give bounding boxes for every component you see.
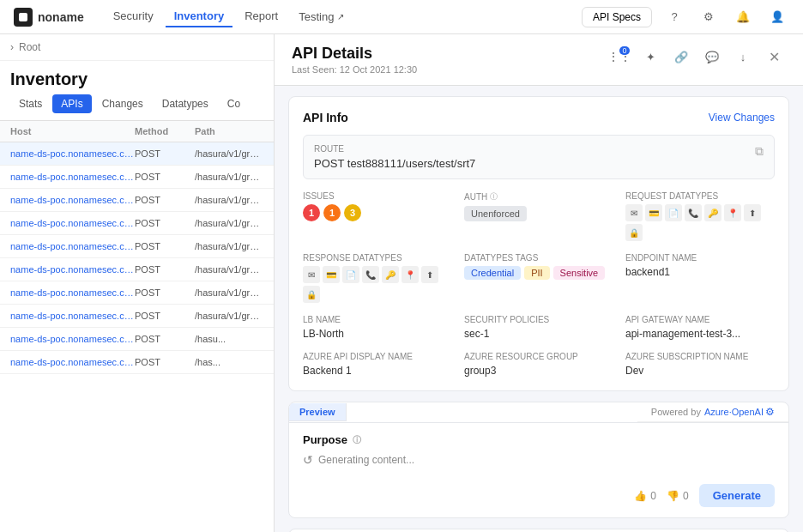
gear-icon[interactable]: ⚙ <box>697 5 721 29</box>
bell-icon[interactable]: 🔔 <box>731 5 755 29</box>
nav-security[interactable]: Security <box>105 6 162 27</box>
top-nav: noname Security Inventory Report Testing… <box>0 0 803 34</box>
nav-items: Security Inventory Report Testing ↗ <box>105 6 353 27</box>
user-icon[interactable]: 👤 <box>765 5 789 29</box>
logo-text: noname <box>38 10 84 24</box>
svg-rect-0 <box>19 13 27 21</box>
nav-inventory[interactable]: Inventory <box>166 6 233 27</box>
nav-testing[interactable]: Testing ↗ <box>290 6 353 27</box>
api-specs-button[interactable]: API Specs <box>582 7 652 27</box>
nav-right: API Specs ? ⚙ 🔔 👤 <box>582 5 789 29</box>
nav-report[interactable]: Report <box>236 6 287 27</box>
logo-icon <box>14 8 33 27</box>
external-link-icon: ↗ <box>337 12 344 21</box>
help-icon[interactable]: ? <box>662 5 686 29</box>
logo[interactable]: noname <box>14 8 84 27</box>
